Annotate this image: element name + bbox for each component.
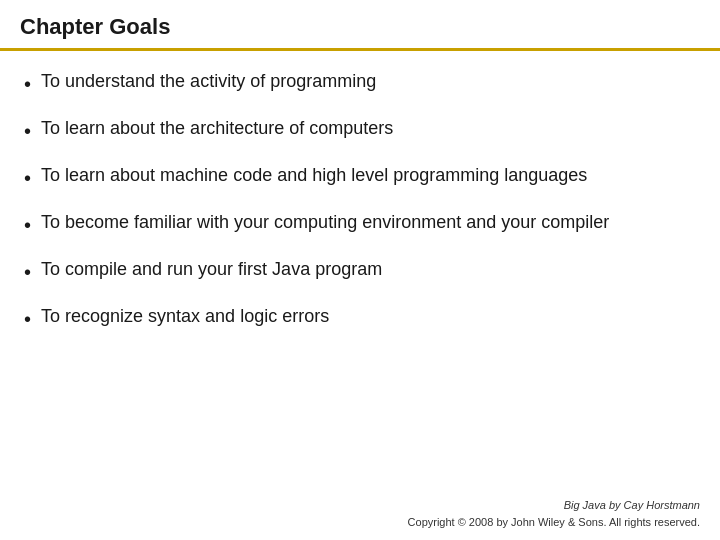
content-area: •To understand the activity of programmi… (0, 51, 720, 489)
page-container: Chapter Goals •To understand the activit… (0, 0, 720, 540)
bullet-text: To compile and run your first Java progr… (41, 257, 696, 282)
bullet-text: To learn about machine code and high lev… (41, 163, 696, 188)
bullet-icon: • (24, 117, 31, 145)
list-item: •To recognize syntax and logic errors (24, 304, 696, 333)
list-item: •To compile and run your first Java prog… (24, 257, 696, 286)
list-item: •To become familiar with your computing … (24, 210, 696, 239)
footer: Big Java by Cay Horstmann Copyright © 20… (0, 489, 720, 540)
footer-line1: Big Java by Cay Horstmann (20, 497, 700, 514)
bullet-icon: • (24, 70, 31, 98)
header: Chapter Goals (0, 0, 720, 51)
bullet-icon: • (24, 164, 31, 192)
bullet-icon: • (24, 258, 31, 286)
list-item: •To learn about the architecture of comp… (24, 116, 696, 145)
list-item: •To understand the activity of programmi… (24, 69, 696, 98)
bullet-icon: • (24, 211, 31, 239)
bullet-text: To understand the activity of programmin… (41, 69, 696, 94)
bullet-text: To become familiar with your computing e… (41, 210, 696, 235)
footer-line2: Copyright © 2008 by John Wiley & Sons. A… (20, 514, 700, 531)
list-item: •To learn about machine code and high le… (24, 163, 696, 192)
bullet-text: To learn about the architecture of compu… (41, 116, 696, 141)
page-title: Chapter Goals (20, 14, 170, 39)
bullet-text: To recognize syntax and logic errors (41, 304, 696, 329)
bullet-icon: • (24, 305, 31, 333)
